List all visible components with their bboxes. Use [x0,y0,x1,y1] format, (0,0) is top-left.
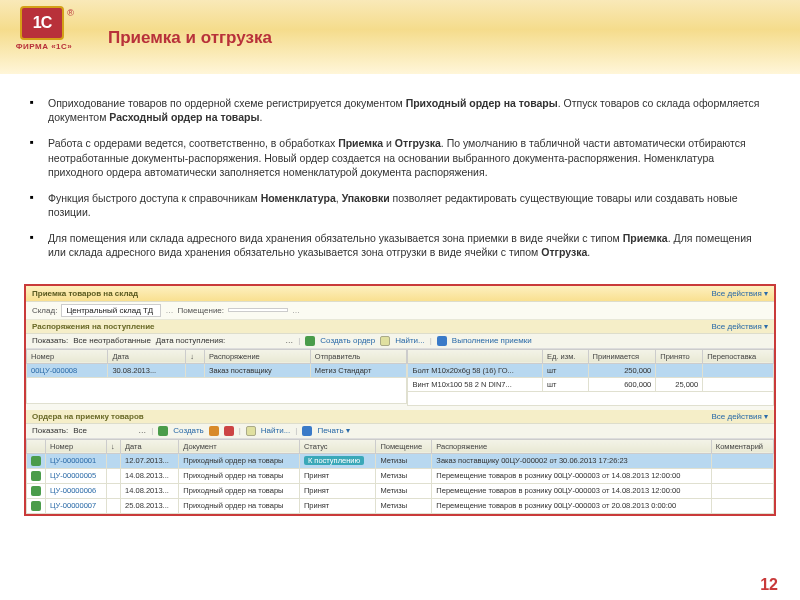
section-title: Ордера на приемку товаров [32,412,144,421]
table-row[interactable]: ЦУ-0000000725.08.2013...Приходный ордер … [27,498,774,513]
column-header[interactable]: Ед. изм. [542,349,588,363]
column-header[interactable]: Документ [179,439,300,453]
show-label: Показать: [32,426,68,435]
check-icon [31,486,41,496]
logo-mark: 1C [33,14,51,32]
table-row[interactable]: ЦУ-0000000614.08.2013...Приходный ордер … [27,483,774,498]
app-window-title: Приемка товаров на склад [32,289,138,298]
column-header[interactable]: ↓ [186,349,205,363]
bullet-item: Функция быстрого доступа к справочникам … [48,191,760,219]
check-icon [31,471,41,481]
column-header[interactable]: Распоряжение [432,439,711,453]
bullet-item: Оприходование товаров по ордерной схеме … [48,96,760,124]
slide-body: Оприходование товаров по ордерной схеме … [0,78,800,280]
table-row[interactable]: 00ЦУ-000008 30.08.2013... Заказ поставщи… [27,363,407,377]
column-header[interactable]: Дата [108,349,186,363]
ellipsis-icon[interactable]: … [165,306,173,315]
calendar-icon[interactable]: … [285,336,293,345]
toolbar-receive: Показать: Все … | Создать | Найти... | П… [26,424,774,439]
show-field[interactable]: Все неотработанные [73,336,151,345]
show-field[interactable]: Все [73,426,133,435]
find-icon[interactable] [380,336,390,346]
column-header[interactable]: Принимается [588,349,656,363]
logo-reg: ® [67,8,74,18]
edit-icon[interactable] [209,426,219,436]
column-header[interactable]: Дата [121,439,179,453]
toolbar-incoming: Показать: Все неотработанные Дата поступ… [26,334,774,349]
column-header[interactable] [408,349,542,363]
slide-title: Приемка и отгрузка [108,28,800,48]
section-receive-orders: Ордера на приемку товаров Все действия ▾ [26,410,774,424]
column-header[interactable]: Статус [299,439,376,453]
delete-icon[interactable] [224,426,234,436]
all-actions-link[interactable]: Все действия ▾ [711,289,768,298]
column-header[interactable]: Перепоставка [703,349,774,363]
show-label: Показать: [32,336,68,345]
ellipsis-icon[interactable]: … [292,306,300,315]
all-actions-link[interactable]: Все действия ▾ [711,412,768,421]
check-icon [31,501,41,511]
incoming-table: НомерДата↓РаспоряжениеОтправитель 00ЦУ-0… [26,349,407,404]
create-order-button[interactable]: Создать ордер [320,336,375,345]
bullet-item: Работа с ордерами ведется, соответственн… [48,136,760,179]
plus-icon[interactable] [305,336,315,346]
column-header[interactable] [27,439,46,453]
warehouse-row: Склад: Центральный склад ТД … Помещение:… [26,302,774,320]
room-label: Помещение: [177,306,224,315]
plus-icon[interactable] [158,426,168,436]
column-header[interactable]: Распоряжение [205,349,311,363]
column-header[interactable]: Принято [656,349,703,363]
page-number: 12 [760,576,778,594]
column-header[interactable]: Помещение [376,439,432,453]
find-icon[interactable] [246,426,256,436]
table-row[interactable]: ЦУ-0000000514.08.2013...Приходный ордер … [27,468,774,483]
all-actions-link[interactable]: Все действия ▾ [711,322,768,331]
warehouse-label: Склад: [32,306,57,315]
column-header[interactable]: Комментарий [711,439,773,453]
column-header[interactable]: Отправитель [310,349,407,363]
find-button[interactable]: Найти... [395,336,425,345]
warehouse-field[interactable]: Центральный склад ТД [61,304,161,317]
table-row[interactable]: ЦУ-0000000230.08.2013...Приходный ордер … [27,513,774,515]
section-incoming-orders: Распоряжения на поступление Все действия… [26,320,774,334]
section-title: Распоряжения на поступление [32,322,155,331]
bullet-item: Для помещения или склада адресного вида … [48,231,760,259]
column-header[interactable]: Номер [27,349,108,363]
column-header[interactable]: Номер [46,439,107,453]
room-field[interactable] [228,308,288,312]
print-icon[interactable] [302,426,312,436]
order-num: 00ЦУ-000008 [27,363,108,377]
create-button[interactable]: Создать [173,426,203,435]
logo-1c: 1C ® ФИРМА «1С» [12,6,76,62]
date-in-label: Дата поступления: [156,336,225,345]
table-row[interactable]: Винт М10x100 58 2 N DIN7...шт600,00025,0… [408,377,774,391]
exec-icon[interactable] [437,336,447,346]
goods-table: Ед. изм.ПринимаетсяПринятоПерепоставка Б… [407,349,774,406]
slide-header: 1C ® ФИРМА «1С» Приемка и отгрузка [0,0,800,78]
check-icon [31,456,41,466]
logo-label: ФИРМА «1С» [12,42,76,51]
table-row[interactable]: ЦУ-0000000112.07.2013...Приходный ордер … [27,453,774,468]
orders-table: Номер↓ДатаДокументСтатусПомещениеРаспоря… [26,439,774,516]
app-titlebar: Приемка товаров на склад Все действия ▾ [26,286,774,302]
bullet-list: Оприходование товаров по ордерной схеме … [48,96,760,260]
find-button[interactable]: Найти... [261,426,291,435]
table-row[interactable]: Болт М10x20x6g 58 (16) ГО...шт250,000 [408,363,774,377]
app-screenshot: Приемка товаров на склад Все действия ▾ … [24,284,776,516]
print-button[interactable]: Печать ▾ [317,426,349,435]
exec-button[interactable]: Выполнение приемки [452,336,532,345]
column-header[interactable]: ↓ [106,439,120,453]
